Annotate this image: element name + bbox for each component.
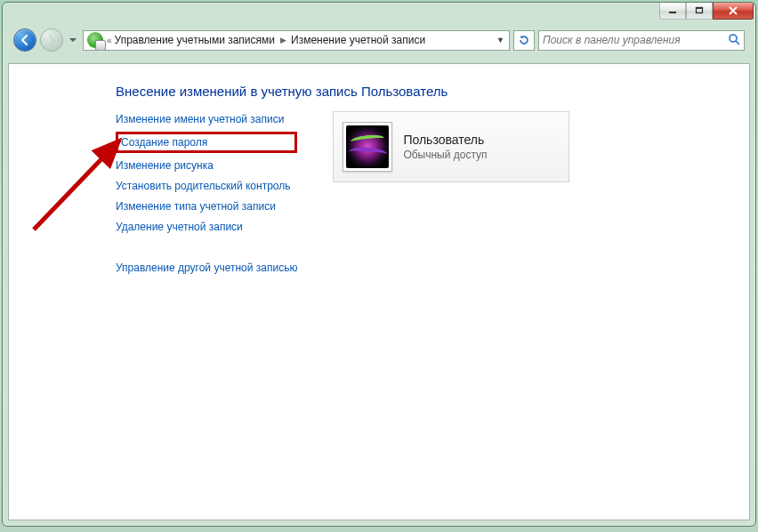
svg-rect-2 — [697, 8, 703, 10]
link-change-name[interactable]: Изменение имени учетной записи — [116, 113, 297, 125]
address-dropdown-icon[interactable]: ▼ — [493, 31, 507, 50]
search-icon[interactable] — [724, 33, 740, 48]
minimize-button[interactable] — [659, 3, 686, 20]
link-create-password[interactable]: Создание пароля — [121, 136, 207, 149]
user-card: Пользователь Обычный доступ — [333, 111, 569, 182]
control-panel-window: « Управление учетными записями ▶ Изменен… — [2, 2, 756, 527]
address-bar[interactable]: « Управление учетными записями ▶ Изменен… — [83, 30, 510, 51]
page-title: Внесение изменений в учетную запись Поль… — [116, 84, 731, 99]
search-box[interactable] — [538, 30, 745, 51]
link-parental-controls[interactable]: Установить родительский контроль — [116, 180, 297, 192]
search-input[interactable] — [543, 34, 724, 46]
avatar-image — [346, 125, 389, 168]
navigation-bar: « Управление учетными записями ▶ Изменен… — [8, 26, 750, 54]
avatar — [343, 122, 392, 172]
user-role: Обычный доступ — [403, 149, 487, 161]
toolbar-strip — [8, 54, 750, 60]
close-button[interactable] — [713, 3, 754, 20]
svg-rect-0 — [669, 12, 676, 13]
content-area: Внесение изменений в учетную запись Поль… — [8, 63, 750, 520]
link-delete-account[interactable]: Удаление учетной записи — [116, 221, 297, 233]
breadcrumb-overflow-icon[interactable]: « — [105, 36, 112, 45]
svg-line-4 — [736, 41, 739, 44]
link-change-picture[interactable]: Изменение рисунка — [116, 159, 297, 172]
chevron-right-icon[interactable]: ▶ — [278, 36, 288, 44]
task-links: Изменение имени учетной записи Создание … — [116, 113, 297, 274]
nav-history-dropdown[interactable] — [67, 31, 79, 49]
forward-button[interactable] — [40, 28, 63, 52]
control-panel-icon — [87, 32, 103, 48]
title-bar — [3, 3, 755, 26]
link-change-type[interactable]: Изменение типа учетной записи — [116, 200, 297, 213]
annotation-highlight: Создание пароля — [116, 132, 297, 153]
link-manage-other[interactable]: Управление другой учетной записью — [116, 262, 297, 274]
breadcrumb-item-accounts[interactable]: Управление учетными записями — [112, 34, 278, 46]
breadcrumb-item-change[interactable]: Изменение учетной записи — [288, 34, 428, 46]
svg-point-3 — [730, 35, 737, 42]
user-name: Пользователь — [403, 133, 487, 147]
maximize-button[interactable] — [686, 3, 713, 20]
refresh-button[interactable] — [513, 30, 535, 51]
back-button[interactable] — [13, 28, 36, 52]
